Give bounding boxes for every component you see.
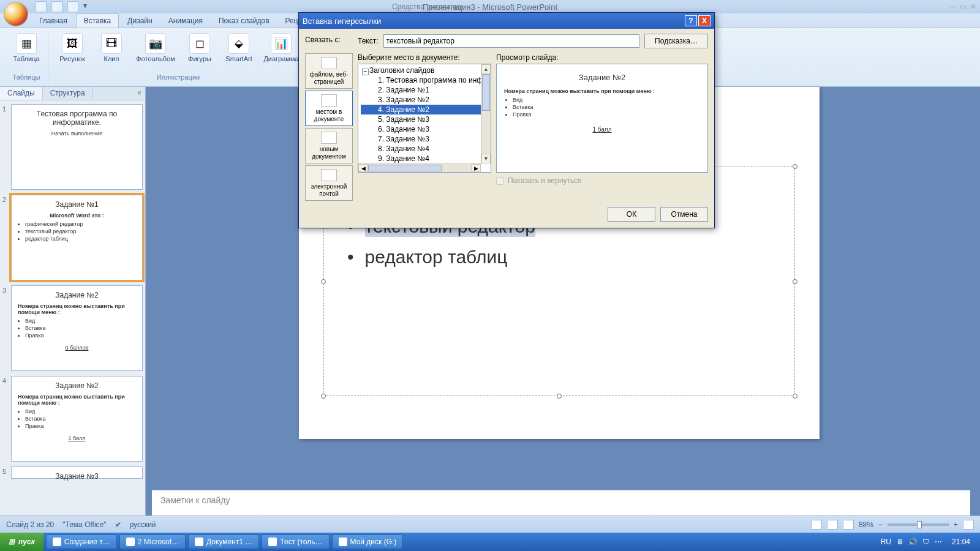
text-input[interactable] — [383, 34, 639, 48]
status-language[interactable]: русский — [130, 520, 156, 529]
tab-insert[interactable]: Вставка — [76, 13, 119, 28]
resize-handle[interactable] — [321, 279, 326, 284]
thumb-5[interactable]: 5Задание №3 — [2, 467, 143, 479]
tray-icon[interactable]: 🛡 — [922, 538, 930, 546]
tab-design[interactable]: Дизайн — [120, 14, 159, 28]
btn-photoalbum[interactable]: 📷Фотоальбом — [134, 33, 177, 62]
app-icon — [268, 538, 277, 546]
hint-button[interactable]: Подсказка… — [644, 34, 708, 48]
panel-close-icon[interactable]: × — [134, 87, 145, 100]
linkto-new[interactable]: новым документом — [305, 128, 353, 163]
ok-button[interactable]: ОК — [608, 207, 655, 222]
tree-item[interactable]: 6. Задание №3 — [361, 124, 491, 134]
zoom-thumb[interactable] — [917, 521, 922, 528]
btn-table[interactable]: ▦Таблица — [10, 33, 43, 62]
statusbar: Слайд 2 из 20 "Тема Office" ✔ русский 88… — [0, 515, 980, 533]
office-button[interactable] — [4, 2, 28, 26]
tree-item-selected[interactable]: 4. Задание №2 — [361, 105, 491, 114]
tree-item[interactable]: 7. Задание №3 — [361, 134, 491, 144]
tree-item[interactable]: 2. Задание №1 — [361, 85, 491, 95]
notes-pane[interactable]: Заметки к слайду — [152, 490, 970, 515]
app-icon — [339, 538, 347, 546]
cancel-button[interactable]: Отмена — [660, 207, 708, 222]
btn-smartart[interactable]: ⬙SmartArt — [222, 33, 255, 62]
thumb-4[interactable]: 4Задание №2Номера страниц можно выставит… — [2, 376, 143, 462]
btn-chart[interactable]: 📊Диаграмма — [262, 33, 301, 62]
dialog-titlebar[interactable]: Вставка гиперссылки ? X — [299, 13, 714, 29]
tab-home[interactable]: Главная — [32, 14, 75, 28]
label-select-place: Выберите место в документе: — [358, 53, 491, 62]
task-item[interactable]: 2 Microsof… — [119, 534, 186, 549]
panel-tab-outline[interactable]: Структура — [43, 87, 93, 100]
scroll-thumb[interactable] — [482, 74, 490, 111]
tree-hscrollbar[interactable]: ◀▶ — [358, 163, 481, 172]
undo-icon[interactable] — [51, 1, 62, 12]
preview-sub: Номера страниц можно выставить при помощ… — [504, 88, 700, 94]
resize-handle[interactable] — [321, 394, 326, 399]
btn-clip[interactable]: 🎞Клип — [95, 33, 128, 62]
view-normal-icon[interactable] — [811, 520, 822, 530]
task-item[interactable]: Документ1 … — [188, 534, 259, 549]
linkto-mail[interactable]: электронной почтой — [305, 165, 353, 201]
tray-icon[interactable]: 🖥 — [896, 538, 903, 546]
task-item[interactable]: Тест (толь… — [262, 534, 329, 549]
linkto-file[interactable]: файлом, веб-страницей — [305, 53, 353, 89]
qat-more-icon[interactable]: ▾ — [83, 1, 89, 12]
maximize-icon[interactable]: ▭ — [960, 2, 967, 11]
thumb-3[interactable]: 3Задание №2Номера страниц можно выставит… — [2, 285, 143, 371]
tree-item[interactable]: 1. Тестовая программа по инф — [361, 75, 491, 85]
tray-icon[interactable]: 🔊 — [908, 538, 918, 546]
view-slideshow-icon[interactable] — [843, 520, 854, 530]
tab-slideshow[interactable]: Показ слайдов — [211, 14, 277, 28]
scroll-right-icon[interactable]: ▶ — [471, 164, 481, 172]
scroll-down-icon[interactable]: ▼ — [481, 154, 491, 163]
tree-item[interactable]: 5. Задание №3 — [361, 114, 491, 124]
tray-lang[interactable]: RU — [881, 538, 891, 546]
tree-item[interactable]: 9. Задание №4 — [361, 154, 491, 163]
view-sorter-icon[interactable] — [827, 520, 838, 530]
zoom-out-icon[interactable]: − — [878, 520, 883, 529]
scroll-up-icon[interactable]: ▲ — [481, 64, 491, 74]
spellcheck-icon[interactable]: ✔ — [115, 520, 121, 529]
tree-item[interactable]: 3. Задание №2 — [361, 95, 491, 105]
taskbar: ⊞пуск Создание т… 2 Microsof… Документ1 … — [0, 533, 980, 551]
tree-vscrollbar[interactable]: ▲▼ — [481, 64, 491, 163]
redo-icon[interactable] — [67, 1, 78, 12]
tree-item[interactable]: 8. Задание №4 — [361, 144, 491, 154]
tab-animation[interactable]: Анимация — [161, 14, 210, 28]
tray-clock[interactable]: 21:04 — [947, 538, 975, 546]
label-text: Текст: — [358, 37, 379, 45]
dialog-title: Вставка гиперссылки — [303, 17, 381, 26]
linkto-place[interactable]: местом в документе — [305, 91, 353, 126]
minimize-icon[interactable]: — — [949, 2, 956, 11]
start-button[interactable]: ⊞пуск — [0, 533, 43, 551]
dialog-help-icon[interactable]: ? — [685, 15, 697, 26]
start-icon: ⊞ — [9, 538, 15, 546]
thumbnails[interactable]: 1Тестовая программа по информатике.Начат… — [0, 100, 145, 515]
resize-handle[interactable] — [793, 394, 797, 399]
zoom-value[interactable]: 88% — [859, 520, 873, 529]
titlebar: ▾ Презентация3 - Microsoft PowerPoint Ср… — [0, 0, 980, 13]
save-icon[interactable] — [36, 1, 47, 12]
resize-handle[interactable] — [557, 394, 562, 399]
task-item[interactable]: Создание т… — [46, 534, 117, 549]
btn-picture[interactable]: 🖼Рисунок — [56, 33, 89, 62]
thumb-2[interactable]: 2Задание №1Microsoft Word это :графическ… — [2, 195, 143, 280]
place-tree[interactable]: Заголовки слайдов 1. Тестовая программа … — [358, 64, 491, 173]
scroll-hthumb[interactable] — [368, 165, 442, 171]
zoom-slider[interactable] — [888, 523, 949, 526]
tray-icon[interactable]: ⋯ — [935, 538, 942, 546]
zoom-in-icon[interactable]: + — [954, 520, 958, 529]
task-item[interactable]: Мой диск (G:) — [332, 534, 404, 549]
thumb-1[interactable]: 1Тестовая программа по информатике.Начат… — [2, 104, 143, 190]
dialog-close-icon[interactable]: X — [698, 15, 710, 26]
btn-shapes[interactable]: ◻Фигуры — [183, 33, 216, 62]
tree-root[interactable]: Заголовки слайдов — [361, 66, 491, 75]
close-icon[interactable]: ✕ — [970, 2, 976, 11]
resize-handle[interactable] — [793, 164, 797, 169]
resize-handle[interactable] — [793, 279, 797, 284]
fit-icon[interactable] — [963, 520, 974, 530]
scroll-left-icon[interactable]: ◀ — [358, 164, 368, 172]
quick-access-toolbar: ▾ — [36, 1, 89, 12]
panel-tab-slides[interactable]: Слайды — [0, 87, 43, 100]
